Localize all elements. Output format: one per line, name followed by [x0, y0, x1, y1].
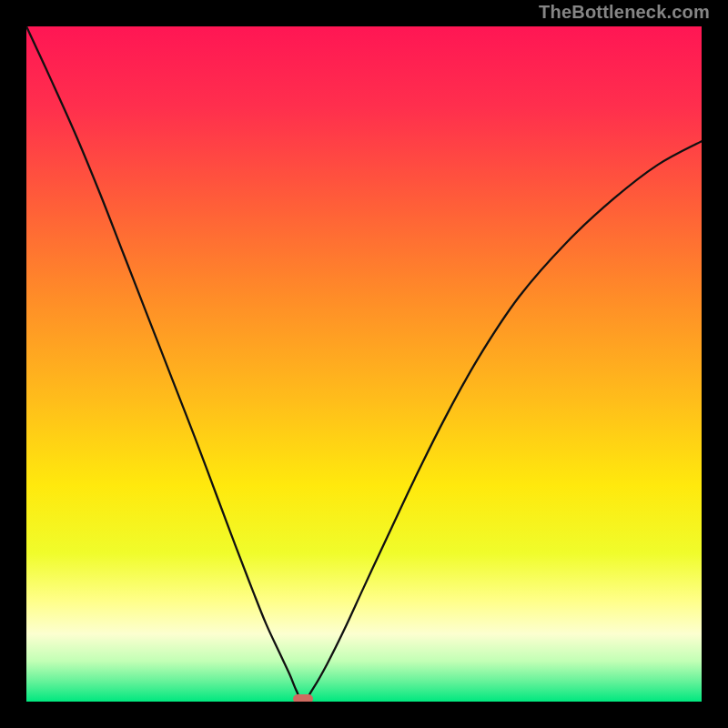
optimum-marker: [293, 694, 313, 702]
bottleneck-curve: [26, 26, 702, 702]
plot-area: [26, 26, 702, 702]
watermark-text: TheBottleneck.com: [539, 2, 710, 23]
outer-black-frame: TheBottleneck.com: [18, 18, 710, 710]
